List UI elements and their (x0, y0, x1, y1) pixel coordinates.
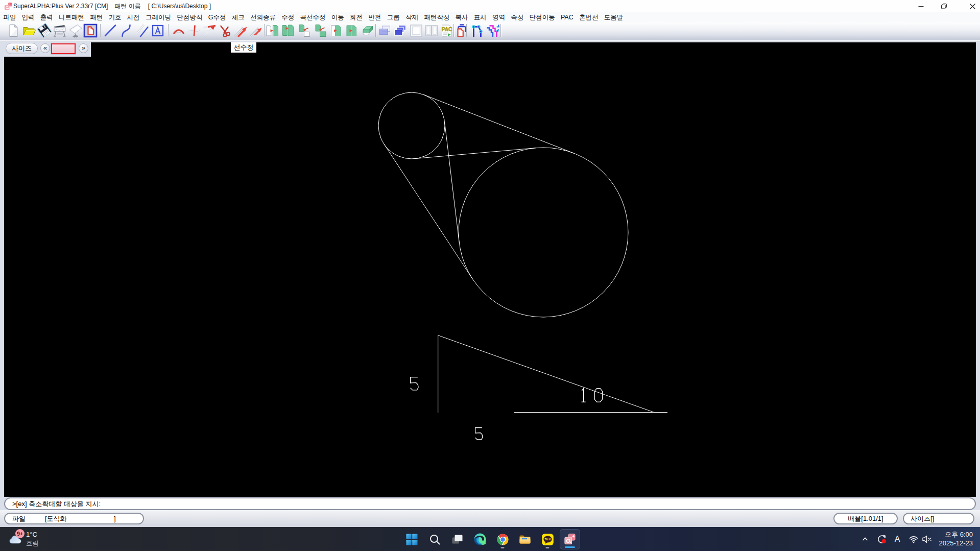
toolbar-separator (375, 24, 376, 37)
menu-item[interactable]: PAC (558, 12, 576, 22)
copy-pattern-button[interactable] (265, 23, 280, 38)
new-document-icon (6, 23, 21, 38)
curve-icon (118, 23, 134, 38)
command-input[interactable]: >[ex] 축소확대할 대상을 지시: (4, 497, 976, 510)
menu-item[interactable]: 단점방식 (174, 12, 205, 22)
save-floppy-button[interactable] (37, 23, 52, 38)
tray-ime-button[interactable]: A (891, 527, 903, 551)
new-document-button[interactable] (6, 23, 21, 38)
open-folder-button[interactable] (21, 23, 37, 38)
view-split-icon (424, 23, 439, 38)
minimize-button[interactable] (910, 0, 932, 12)
menu-item[interactable]: 출력 (37, 12, 56, 22)
taskbar-file-explorer-button[interactable] (515, 529, 535, 549)
size-prev-button[interactable]: « (40, 43, 50, 53)
move-pattern-down-button[interactable] (313, 23, 328, 38)
menu-item[interactable]: 도움말 (601, 12, 626, 22)
merge-pattern-half-button[interactable] (328, 23, 344, 38)
status-size-pill[interactable]: 사이즈[] (903, 513, 974, 524)
taskbar-task-view-button[interactable] (447, 529, 467, 549)
menu-item[interactable]: 삭제 (402, 12, 421, 22)
taskbar-clock[interactable]: 오후 6:002025-12-23 (939, 530, 973, 547)
toolbar-separator (168, 24, 169, 37)
draw-parallel-line-button[interactable] (135, 23, 150, 38)
menu-item[interactable]: 촌법선 (576, 12, 601, 22)
modify-cross-curve-button[interactable] (186, 23, 202, 38)
taskbar-kakaotalk-button[interactable]: TALK (537, 529, 558, 549)
menu-item[interactable]: 그룹 (384, 12, 402, 22)
menu-item[interactable]: 곡선수정 (297, 12, 328, 22)
running-indicator (501, 547, 505, 548)
digitizer-input-button[interactable] (68, 23, 83, 38)
menu-item[interactable]: 패턴 (87, 12, 106, 22)
move-piece-down-button[interactable] (297, 23, 312, 38)
menu-item[interactable]: 파일 (1, 12, 19, 22)
wifi-icon (909, 534, 919, 544)
status-file-pill[interactable]: 파일 [도식화 ] (4, 513, 144, 524)
digitizer-icon (68, 23, 83, 38)
window-title: SuperALPHA:Plus Ver 2.33r7 [CM] (13, 0, 108, 12)
size-tab[interactable]: 사이즈 (6, 43, 38, 54)
plotter-output-button[interactable] (52, 23, 67, 38)
menu-item[interactable]: 수정 (279, 12, 297, 22)
plotter-icon (52, 23, 67, 38)
taskbar-superalpha-button[interactable] (560, 529, 580, 549)
weather-temperature: 1°C (26, 531, 37, 538)
taskbar-chrome-button[interactable] (492, 529, 513, 549)
draw-text-button[interactable] (150, 23, 165, 38)
edit-node-path-button[interactable] (470, 23, 485, 38)
toolbar-separator (466, 24, 467, 37)
menu-item[interactable]: 이동 (328, 12, 347, 22)
merge-pattern-button[interactable] (344, 23, 359, 38)
eraser-icon (359, 23, 374, 38)
extend-line-button[interactable] (202, 23, 217, 38)
menu-item[interactable]: 복사 (452, 12, 471, 22)
offset-line-icon (248, 23, 264, 38)
menu-item[interactable]: 속성 (508, 12, 527, 22)
menu-item[interactable]: 입력 (19, 12, 37, 22)
tray-expand-button[interactable] (859, 527, 871, 551)
size-next-button[interactable]: » (79, 43, 88, 53)
menu-item[interactable]: G수정 (205, 12, 229, 22)
taskbar: 9+ 1°C 흐림 (0, 527, 980, 551)
kakaotalk-icon: TALK (541, 533, 554, 546)
menu-item[interactable]: 선의종류 (247, 12, 278, 22)
menu-item[interactable]: 단점이동 (527, 12, 558, 22)
close-button[interactable] (961, 0, 980, 12)
menu-item[interactable]: 회전 (347, 12, 365, 22)
tray-volume-button[interactable] (920, 527, 934, 551)
window-overlap-button[interactable] (377, 23, 393, 38)
offset-line-button[interactable] (248, 23, 264, 38)
status-scale-pill[interactable]: 배율[1.01/1] (833, 513, 898, 524)
menu-item[interactable]: 반전 (366, 12, 384, 22)
window-cascade-button[interactable] (393, 23, 408, 38)
move-line-button[interactable] (233, 23, 248, 38)
menu-item[interactable]: 기호 (106, 12, 124, 22)
grading-lines-button[interactable] (485, 23, 500, 38)
taskbar-search-button[interactable] (424, 529, 445, 549)
taskbar-edge-button[interactable] (470, 529, 490, 549)
draw-curve-button[interactable] (118, 23, 134, 38)
pattern-document-button[interactable] (83, 23, 98, 38)
pac-export-button[interactable]: PAC (439, 23, 455, 38)
menu-item[interactable]: 그레이딩 (142, 12, 174, 22)
menu-item[interactable]: 니트패턴 (56, 12, 87, 22)
view-split-button[interactable] (424, 23, 439, 38)
weather-widget[interactable]: 9+ 1°C 흐림 (7, 527, 99, 551)
view-single-button[interactable] (409, 23, 424, 38)
draw-line-button[interactable] (103, 23, 118, 38)
maximize-button[interactable] (933, 0, 955, 12)
modify-arc-button[interactable] (171, 23, 186, 38)
cut-line-button[interactable] (217, 23, 232, 38)
size-value-box[interactable] (51, 43, 76, 54)
duplicate-pattern-button[interactable] (281, 23, 296, 38)
erase-button[interactable] (359, 23, 374, 38)
menu-item[interactable]: 체크 (229, 12, 247, 22)
taskbar-start-button[interactable] (401, 529, 422, 549)
tray-sync-button[interactable] (875, 527, 889, 551)
menu-item[interactable]: 표시 (471, 12, 489, 22)
tray-wifi-button[interactable] (907, 527, 920, 551)
menu-item[interactable]: 시접 (124, 12, 142, 22)
menu-item[interactable]: 패턴작성 (421, 12, 452, 22)
menu-item[interactable]: 영역 (489, 12, 508, 22)
